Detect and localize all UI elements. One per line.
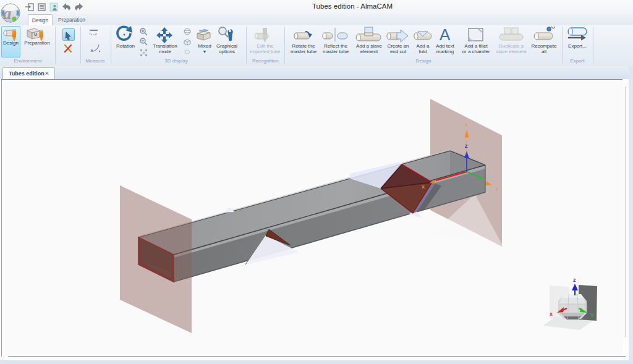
- svg-text:a: a: [3, 4, 12, 23]
- svg-text:A: A: [440, 27, 451, 44]
